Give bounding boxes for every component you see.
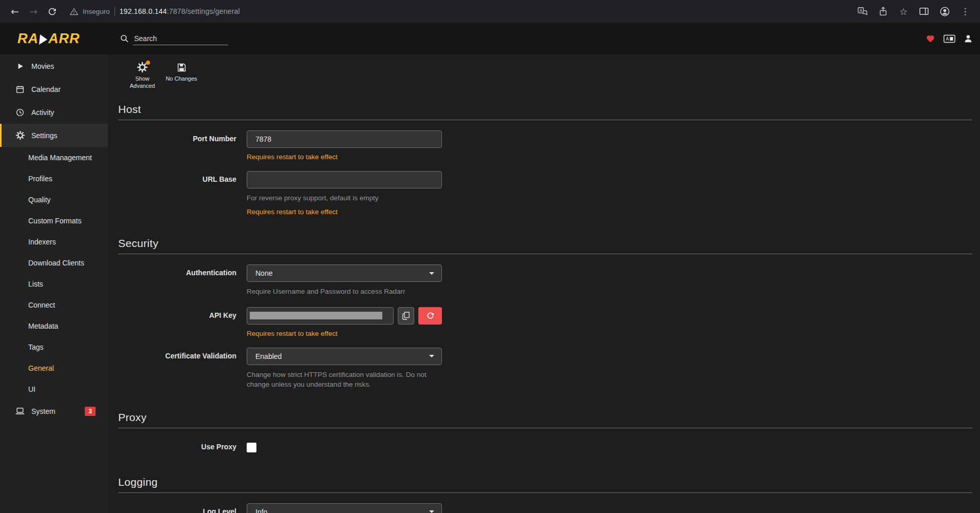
browser-menu-button[interactable]: ⋮ [956, 3, 974, 20]
sidebar: Movies Calendar Activity [0, 54, 108, 513]
field-label-certificate-validation: Certificate Validation [118, 348, 247, 390]
sidebar-item-label: Movies [31, 62, 54, 70]
form-row-log-level: Log Level Info [118, 503, 972, 513]
keyboard-icon: A [944, 34, 955, 43]
save-changes-button[interactable]: No Changes [165, 62, 197, 90]
browser-chrome: ← → Inseguro 192.168.0.144:7878/settings… [0, 0, 980, 23]
side-panel-button[interactable] [915, 3, 933, 20]
radarr-logo[interactable]: RA ARR [0, 32, 108, 46]
certificate-validation-select-value: Enabled [255, 352, 282, 360]
back-button[interactable]: ← [6, 3, 24, 20]
sidebar-item-download-clients[interactable]: Download Clients [0, 252, 108, 273]
regenerate-api-key-button[interactable] [418, 307, 442, 325]
sidebar-item-custom-formats[interactable]: Custom Formats [0, 210, 108, 231]
sidebar-item-metadata[interactable]: Metadata [0, 315, 108, 336]
section-proxy: Proxy Use Proxy [118, 411, 972, 454]
sidebar-item-connect[interactable]: Connect [0, 294, 108, 315]
form-row-certificate-validation: Certificate Validation Enabled Change ho… [118, 348, 972, 390]
not-secure-warning-icon [70, 8, 78, 15]
search-input[interactable] [133, 32, 228, 45]
forward-button[interactable]: → [25, 3, 42, 20]
sidebar-item-movies[interactable]: Movies [0, 54, 108, 78]
certificate-validation-select[interactable]: Enabled [247, 348, 442, 365]
sidebar-item-system[interactable]: System 3 [0, 400, 108, 423]
settings-subnav: Media Management Profiles Quality Custom… [0, 147, 108, 400]
profile-button[interactable] [936, 3, 953, 20]
field-label-api-key: API Key [118, 307, 247, 337]
show-advanced-label: Show Advanced [126, 75, 158, 90]
search-icon [120, 34, 128, 43]
page-toolbar: Show Advanced No Changes [108, 54, 980, 92]
sidebar-item-general[interactable]: General [0, 357, 108, 378]
section-title-logging: Logging [118, 476, 972, 493]
advanced-indicator-dot [146, 61, 150, 65]
api-key-redacted-value [250, 312, 382, 319]
port-number-input[interactable] [247, 130, 442, 148]
authentication-select[interactable]: None [247, 264, 442, 282]
sidebar-item-label: Activity [31, 108, 54, 117]
url-text: 192.168.0.144:7878/settings/general [120, 7, 240, 15]
section-title-security: Security [118, 237, 972, 254]
restart-warning: Requires restart to take effect [247, 208, 442, 216]
share-button[interactable] [874, 3, 892, 20]
url-base-input[interactable] [247, 171, 442, 188]
section-security: Security Authentication None Require Use… [118, 237, 972, 390]
bookmark-star-button[interactable]: ☆ [895, 3, 912, 20]
chevron-down-icon [429, 510, 434, 513]
form-row-api-key: API Key [118, 307, 972, 337]
restart-warning: Requires restart to take effect [247, 330, 442, 337]
section-title-proxy: Proxy [118, 411, 972, 428]
form-row-port-number: Port Number Requires restart to take eff… [118, 130, 972, 161]
logo-text-right: ARR [48, 32, 80, 46]
field-label-url-base: URL Base [118, 171, 247, 216]
clipboard-icon [402, 312, 410, 320]
sidebar-item-indexers[interactable]: Indexers [0, 231, 108, 252]
calendar-icon [15, 85, 25, 93]
refresh-icon [427, 312, 434, 319]
copy-api-key-button[interactable] [398, 307, 414, 325]
sidebar-item-media-management[interactable]: Media Management [0, 147, 108, 168]
field-label-use-proxy: Use Proxy [118, 439, 247, 454]
field-label-port-number: Port Number [118, 130, 247, 161]
sidebar-item-settings[interactable]: Settings [0, 124, 108, 147]
log-level-select[interactable]: Info [247, 503, 442, 513]
translate-button[interactable]: A [854, 3, 871, 20]
keyboard-shortcuts-button[interactable]: A [944, 34, 955, 43]
show-advanced-button[interactable]: Show Advanced [126, 62, 158, 90]
api-key-input[interactable] [247, 307, 394, 325]
sidebar-item-label: Calendar [31, 85, 61, 93]
svg-text:A: A [946, 36, 949, 42]
field-help: Change how strict HTTPS certification va… [247, 370, 442, 390]
use-proxy-checkbox[interactable] [247, 443, 256, 452]
reload-button[interactable] [43, 3, 61, 20]
translate-icon: A [858, 7, 867, 16]
field-label-authentication: Authentication [118, 264, 247, 297]
sidebar-item-tags[interactable]: Tags [0, 336, 108, 357]
health-issues-badge: 3 [85, 407, 96, 416]
gears-icon [15, 131, 25, 140]
sidebar-item-activity[interactable]: Activity [0, 101, 108, 124]
sidebar-item-label: Settings [31, 131, 58, 140]
sidebar-item-ui[interactable]: UI [0, 378, 108, 400]
play-icon [15, 63, 25, 70]
donate-heart-button[interactable] [926, 35, 935, 43]
user-button[interactable] [964, 34, 972, 43]
svg-text:A: A [859, 8, 862, 13]
field-help: Require Username and Password to access … [247, 287, 442, 297]
form-row-use-proxy: Use Proxy [118, 439, 972, 454]
clock-icon [15, 108, 25, 117]
sidebar-item-calendar[interactable]: Calendar [0, 78, 108, 101]
chevron-down-icon [429, 272, 434, 275]
url-path: :7878/settings/general [167, 7, 240, 15]
sidebar-item-profiles[interactable]: Profiles [0, 168, 108, 189]
chevron-down-icon [429, 355, 434, 357]
section-title-host: Host [118, 103, 972, 120]
sidebar-item-quality[interactable]: Quality [0, 189, 108, 210]
address-separator [115, 7, 115, 16]
section-host: Host Port Number Requires restart to tak… [118, 103, 972, 216]
side-panel-icon [919, 7, 929, 15]
restart-warning: Requires restart to take effect [247, 153, 442, 161]
sidebar-item-lists[interactable]: Lists [0, 273, 108, 294]
address-bar[interactable]: Inseguro 192.168.0.144:7878/settings/gen… [70, 7, 240, 16]
section-logging: Logging Log Level Info [118, 476, 972, 513]
